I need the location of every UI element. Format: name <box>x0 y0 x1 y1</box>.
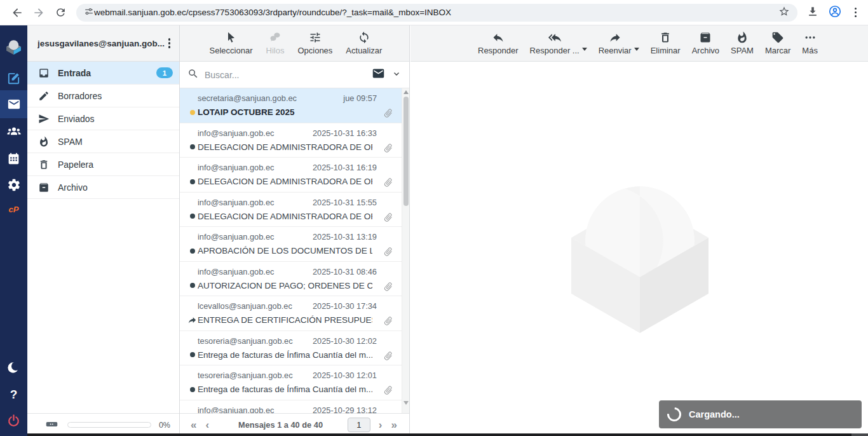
message-status <box>187 110 198 115</box>
logout-power-icon[interactable] <box>0 410 27 432</box>
screen: webmail.sanjuan.gob.ec/cpsess7753063093/… <box>0 0 868 436</box>
profile-icon[interactable] <box>828 4 842 21</box>
message-row[interactable]: info@sanjuan.gob.ec 2025-10-31 08:46 AUT… <box>180 262 402 297</box>
folder-sent[interactable]: Enviados <box>27 107 179 130</box>
forward-button[interactable]: Reenviar <box>599 31 632 55</box>
calendar-icon[interactable] <box>0 147 27 169</box>
site-security-icon[interactable] <box>84 6 94 19</box>
help-icon[interactable]: ? <box>0 384 27 405</box>
options-button[interactable]: Opciones <box>297 31 332 55</box>
archive-icon <box>699 31 712 44</box>
search-bar <box>180 62 409 88</box>
last-page-icon[interactable]: » <box>387 419 402 430</box>
attachment-icon <box>383 143 393 153</box>
message-subject: Entrega de facturas de Ínfima Cuantía de… <box>198 350 372 360</box>
folder-label: Entrada <box>58 68 156 78</box>
browser-menu-icon[interactable] <box>851 5 861 20</box>
delete-button[interactable]: Eliminar <box>651 31 681 55</box>
message-status <box>187 144 198 149</box>
forward-icon[interactable] <box>28 2 50 24</box>
reply-all-icon <box>548 31 561 44</box>
message-status <box>187 214 198 219</box>
sliders-icon <box>309 31 322 44</box>
archive-button[interactable]: Archivo <box>692 31 719 55</box>
search-scope-mail-icon[interactable] <box>372 67 385 83</box>
bottom-edge <box>27 433 868 436</box>
message-row[interactable]: tesoreria@sanjuan.gob.ec 2025-10-30 12:0… <box>180 331 402 366</box>
list-scrollbar[interactable] <box>402 88 409 413</box>
url-text[interactable]: webmail.sanjuan.gob.ec/cpsess7753063093/… <box>94 8 778 17</box>
message-row[interactable]: info@sanjuan.gob.ec 2025-10-29 13:12 <box>180 400 402 414</box>
message-date: 2025-10-31 08:46 <box>313 267 377 276</box>
forward-dropdown-icon[interactable] <box>634 48 639 51</box>
ellipsis-icon <box>804 31 817 44</box>
page-number-box[interactable]: 1 <box>348 418 370 432</box>
settings-gear-icon[interactable] <box>0 174 27 196</box>
back-icon[interactable] <box>6 2 28 24</box>
message-row[interactable]: info@sanjuan.gob.ec 2025-10-31 13:19 APR… <box>180 227 402 262</box>
folder-spam[interactable]: SPAM <box>27 130 179 153</box>
status-dot-icon <box>190 214 195 219</box>
prev-page-icon[interactable]: ‹ <box>201 419 214 430</box>
search-input[interactable] <box>205 70 372 80</box>
url-bar[interactable]: webmail.sanjuan.gob.ec/cpsess7753063093/… <box>76 4 797 22</box>
first-page-icon[interactable]: « <box>186 419 201 430</box>
message-status <box>187 249 198 254</box>
flame-icon <box>38 136 50 147</box>
message-row[interactable]: secretaria@sanjuan.gob.ec jue 09:57 LOTA… <box>180 88 402 123</box>
search-options-chevron-icon[interactable] <box>391 69 402 81</box>
next-page-icon[interactable]: › <box>374 419 387 430</box>
message-row[interactable]: info@sanjuan.gob.ec 2025-10-31 16:19 DEL… <box>180 158 402 193</box>
bookmark-star-icon[interactable] <box>778 6 790 20</box>
message-subject: Entrega de facturas de Ínfima Cuantía de… <box>198 385 372 394</box>
folder-archive[interactable]: Archivo <box>27 176 179 199</box>
contacts-icon[interactable] <box>0 121 27 142</box>
mail-icon[interactable] <box>0 90 27 118</box>
quota-percent: 0% <box>159 421 170 430</box>
reply-all-dropdown-icon[interactable] <box>582 48 587 51</box>
scroll-up-icon[interactable] <box>403 90 409 94</box>
download-icon[interactable] <box>806 5 819 20</box>
folder-drafts[interactable]: Borradores <box>27 85 179 107</box>
pagination-bar: « ‹ Mensajes 1 a 40 de 40 1 › » <box>180 413 409 436</box>
attachment-icon <box>383 385 393 395</box>
message-subject: AUTORIZACION DE PAGO; ORDENES DE CO... <box>198 281 372 290</box>
mark-button[interactable]: Marcar <box>765 31 790 55</box>
pencil-icon <box>38 90 50 102</box>
refresh-icon <box>358 31 370 44</box>
message-date: 2025-10-31 15:55 <box>313 198 377 207</box>
message-toolbar: Responder Responder ... Reenviar <box>410 25 868 62</box>
message-row[interactable]: lcevallos@sanjuan.gob.ec 2025-10-30 17:3… <box>180 296 402 331</box>
cpanel-icon[interactable]: cP <box>0 198 27 220</box>
spam-button[interactable]: SPAM <box>731 31 754 55</box>
attachment-icon <box>383 108 393 118</box>
message-subject: LOTAIP OCTUBRE 2025 <box>198 107 372 117</box>
scroll-down-icon[interactable] <box>403 401 409 405</box>
scrollbar-thumb[interactable] <box>403 97 409 206</box>
account-menu-icon[interactable] <box>165 36 175 51</box>
message-subject: APROBACIÓN DE LOS DOCUMENTOS DE LA... <box>198 246 372 255</box>
folder-label: Enviados <box>58 114 173 124</box>
reply-all-button[interactable]: Responder ... <box>530 31 580 55</box>
message-subject: ENTREGA DE CERTIFICACIÓN PRESUPUEST... <box>198 315 372 325</box>
message-row[interactable]: tesoreria@sanjuan.gob.ec 2025-10-30 12:0… <box>180 365 402 400</box>
reply-button[interactable]: Responder <box>478 31 519 55</box>
compose-icon[interactable] <box>0 67 27 89</box>
refresh-button[interactable]: Actualizar <box>346 31 382 55</box>
message-row[interactable]: info@sanjuan.gob.ec 2025-10-31 15:55 DEL… <box>180 193 402 228</box>
message-row[interactable]: info@sanjuan.gob.ec 2025-10-31 16:33 DEL… <box>180 123 402 158</box>
reload-icon[interactable] <box>50 2 71 24</box>
dark-mode-moon-icon[interactable] <box>0 357 27 378</box>
search-icon <box>187 68 199 82</box>
forward-icon <box>609 31 621 44</box>
more-button[interactable]: Más <box>802 31 818 55</box>
folder-inbox[interactable]: Entrada 1 <box>27 62 179 85</box>
message-sender: info@sanjuan.gob.ec <box>198 198 274 207</box>
account-header: jesusgavilanes@sanjuan.gob.... <box>27 25 179 62</box>
folder-trash[interactable]: Papelera <box>27 153 179 176</box>
select-button[interactable]: Seleccionar <box>210 31 253 55</box>
message-list-pane: Seleccionar Hilos Opciones Actualizar <box>180 25 410 436</box>
message-subject: DELEGACION DE ADMINISTRADORA DE OR... <box>198 142 372 152</box>
forwarded-icon <box>187 315 197 325</box>
message-sender: lcevallos@sanjuan.gob.ec <box>198 301 292 311</box>
